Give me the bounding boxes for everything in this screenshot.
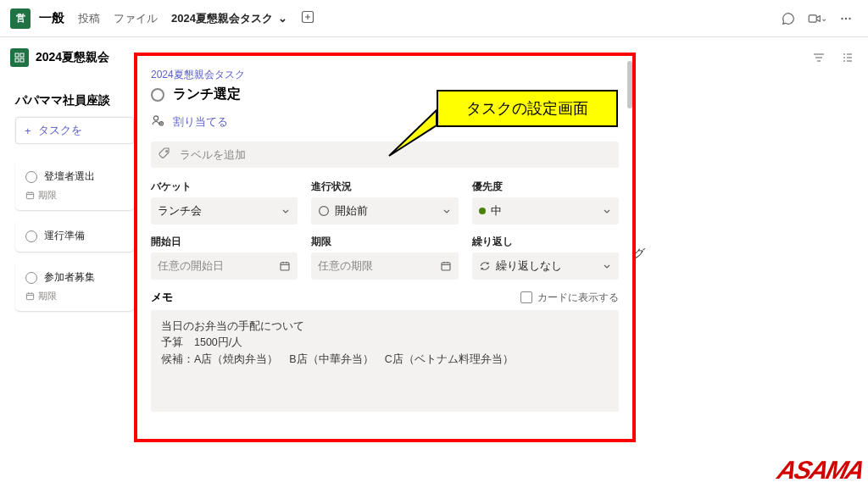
field-priority: 優先度 中: [472, 180, 619, 225]
repeat-icon: [479, 260, 491, 272]
checkbox-icon: [520, 291, 532, 303]
bucket-select[interactable]: ランチ会: [151, 197, 298, 225]
svg-rect-1: [809, 14, 816, 21]
dialog-breadcrumb[interactable]: 2024夏懇親会タスク: [151, 68, 619, 82]
plus-icon: +: [25, 125, 31, 137]
circle-icon: [25, 272, 37, 284]
filter-icon[interactable]: [809, 47, 829, 68]
field-priority-label: 優先度: [472, 180, 619, 194]
svg-rect-6: [20, 53, 24, 57]
chevron-down-icon: [602, 206, 612, 216]
svg-rect-8: [20, 58, 24, 62]
show-on-card-toggle[interactable]: カードに表示する: [520, 291, 619, 305]
bucket-title[interactable]: パパママ社員座談: [15, 93, 151, 108]
task-card-title: 運行準備: [44, 229, 85, 243]
svg-point-14: [320, 207, 329, 216]
asama-logo: ASAMA: [775, 456, 866, 485]
chevron-down-icon: [442, 206, 452, 216]
bucket-column: パパママ社員座談 + タスクを 登壇者選出 期限 運行準備 参加者募集 期限: [15, 93, 151, 321]
plan-title: 2024夏懇親会: [36, 50, 109, 65]
memo-label: メモ: [151, 290, 173, 305]
chat-icon[interactable]: [776, 7, 800, 30]
start-date-input[interactable]: 任意の開始日: [151, 252, 298, 280]
field-repeat-label: 繰り返し: [472, 235, 619, 249]
svg-point-2: [841, 17, 843, 19]
field-bucket: バケット ランチ会: [151, 180, 298, 225]
task-card[interactable]: 登壇者選出 期限: [15, 161, 134, 210]
svg-point-3: [845, 17, 847, 19]
tab-files[interactable]: ファイル: [114, 11, 158, 26]
svg-rect-10: [26, 293, 33, 299]
svg-rect-5: [15, 53, 19, 57]
calendar-icon: [440, 260, 452, 272]
repeat-select[interactable]: 繰り返しなし: [472, 252, 619, 280]
progress-select[interactable]: 開始前: [311, 197, 458, 225]
field-due: 期限 任意の期限: [311, 235, 458, 280]
task-card-title: 登壇者選出: [44, 169, 95, 184]
svg-rect-9: [26, 192, 33, 198]
field-bucket-label: バケット: [151, 180, 298, 194]
list-icon[interactable]: [837, 47, 858, 68]
task-card-deadline: 期限: [25, 189, 124, 202]
tab-planner[interactable]: 2024夏懇親会タスク ⌄: [171, 11, 287, 26]
circle-icon: [25, 230, 37, 242]
svg-rect-16: [442, 263, 450, 270]
more-icon[interactable]: [834, 7, 858, 30]
due-date-input[interactable]: 任意の期限: [311, 252, 458, 280]
assign-icon: [151, 114, 164, 130]
field-progress-label: 進行状況: [311, 180, 458, 194]
tag-icon: [158, 147, 171, 163]
add-task-button[interactable]: + タスクを: [15, 117, 134, 144]
tab-posts[interactable]: 投稿: [78, 11, 100, 26]
chevron-down-icon: [281, 206, 291, 216]
priority-dot-icon: [479, 208, 486, 214]
memo-textarea[interactable]: 当日のお弁当の手配について 予算 1500円/人 候補：A店（焼肉弁当） B店（…: [151, 310, 619, 412]
svg-rect-15: [281, 263, 289, 270]
complete-circle-icon[interactable]: [151, 88, 164, 102]
dialog-field-grid: バケット ランチ会 進行状況 開始前 優先度 中 開始日 任意の開始日 期限 任…: [151, 180, 619, 280]
channel-name[interactable]: 一般: [39, 10, 64, 26]
chevron-down-icon: [602, 261, 612, 271]
topbar: 営 一般 投稿 ファイル 2024夏懇親会タスク ⌄ ⌄: [0, 0, 868, 37]
task-card[interactable]: 参加者募集 期限: [15, 262, 134, 311]
task-card-title: 参加者募集: [44, 270, 95, 285]
priority-select[interactable]: 中: [472, 197, 619, 225]
task-card[interactable]: 運行準備: [15, 220, 134, 252]
memo-header: メモ カードに表示する: [151, 290, 619, 305]
field-due-label: 期限: [311, 235, 458, 249]
svg-point-13: [166, 151, 168, 152]
tab-planner-label: 2024夏懇親会タスク: [171, 12, 273, 25]
svg-point-11: [153, 116, 158, 120]
task-card-deadline: 期限: [25, 290, 124, 302]
chevron-down-icon: ⌄: [278, 12, 287, 25]
scrollbar[interactable]: [627, 61, 632, 108]
add-tab-button[interactable]: [301, 10, 314, 27]
svg-rect-7: [15, 58, 19, 62]
field-start: 開始日 任意の開始日: [151, 235, 298, 280]
dialog-title[interactable]: ランチ選定: [173, 86, 241, 103]
team-badge: 営: [10, 8, 31, 29]
circle-icon: [25, 171, 37, 183]
circle-icon: [318, 205, 330, 217]
field-repeat: 繰り返し 繰り返しなし: [472, 235, 619, 280]
label-field[interactable]: ラベルを追加: [151, 141, 619, 168]
annotation-callout: タスクの設定画面: [437, 90, 618, 127]
svg-marker-17: [389, 110, 437, 156]
add-task-label: タスクを: [38, 123, 82, 138]
field-progress: 進行状況 開始前: [311, 180, 458, 225]
meet-icon[interactable]: ⌄: [805, 7, 829, 30]
svg-point-4: [849, 17, 850, 19]
calendar-icon: [279, 260, 291, 272]
plan-badge: [10, 48, 29, 67]
label-placeholder: ラベルを追加: [180, 147, 246, 163]
plan-view-controls: [809, 47, 858, 68]
field-start-label: 開始日: [151, 235, 298, 249]
assign-label: 割り当てる: [173, 114, 228, 130]
